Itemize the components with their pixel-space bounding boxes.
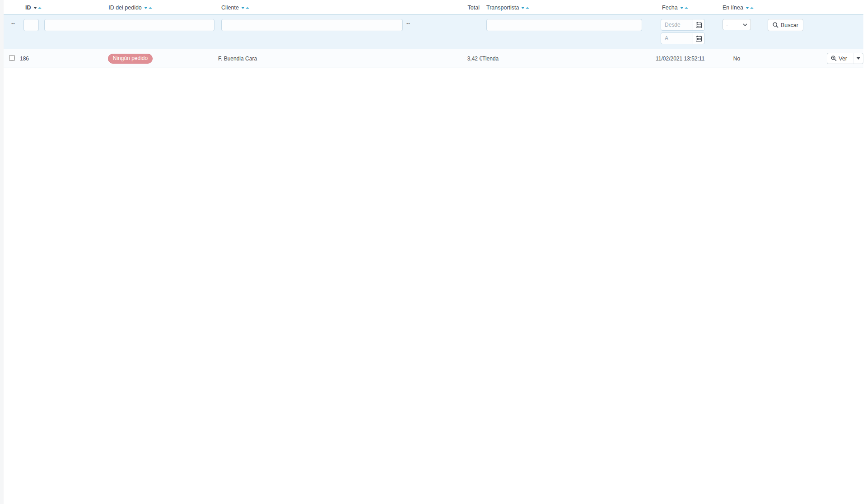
caret-down-icon: [857, 57, 860, 60]
col-header-total-label: Total: [468, 5, 480, 11]
col-header-id[interactable]: ID: [20, 0, 42, 15]
date-to-calendar-button[interactable]: [693, 32, 705, 44]
sort-asc-icon[interactable]: [149, 7, 152, 9]
row-customer-cell: F. Buendia Cara: [218, 49, 406, 68]
sort-asc-icon[interactable]: [246, 7, 249, 9]
no-order-badge: Ningún pedido: [108, 54, 153, 64]
view-button[interactable]: Ver: [827, 53, 851, 64]
sort-asc-icon[interactable]: [750, 7, 754, 9]
filter-cell-date: [656, 15, 713, 49]
col-header-actions: [768, 0, 863, 15]
row-total-cell: 3,42 €: [406, 49, 482, 68]
chevron-down-icon: [743, 23, 747, 26]
id-filter-input[interactable]: [23, 19, 39, 31]
sort-desc-icon[interactable]: [33, 7, 37, 9]
sort-desc-icon[interactable]: [241, 7, 245, 9]
date-from-calendar-button[interactable]: [693, 19, 705, 31]
table-row: 186 Ningún pedido F. Buendia Cara 3,42 €…: [4, 49, 863, 68]
col-header-id-label: ID: [25, 5, 31, 11]
view-dropdown-toggle[interactable]: [853, 53, 863, 64]
row-order-cell: Ningún pedido: [42, 49, 218, 68]
filter-cell-total: --: [406, 15, 482, 49]
date-to-group: [661, 32, 713, 44]
date-from-group: [661, 19, 713, 31]
col-header-carrier-label: Transportista: [486, 5, 519, 11]
search-button[interactable]: Buscar: [768, 19, 803, 31]
filter-cell-select: --: [4, 15, 20, 49]
col-header-customer-label: Cliente: [221, 5, 239, 11]
view-button-label: Ver: [839, 55, 847, 62]
filter-cell-online: -: [713, 15, 768, 49]
col-header-carrier[interactable]: Transportista: [482, 0, 656, 15]
date-from-input[interactable]: [661, 19, 693, 31]
date-to-input[interactable]: [661, 32, 693, 44]
sort-asc-icon[interactable]: [685, 7, 688, 9]
shopping-carts-table: ID ID del pedido Cliente Total Transport…: [4, 0, 863, 68]
filter-cell-id: [20, 15, 42, 49]
filter-cell-order-id: [42, 15, 218, 49]
no-filter-dashes: --: [406, 20, 410, 27]
order-id-filter-input[interactable]: [44, 19, 214, 31]
calendar-icon: [696, 22, 702, 28]
sort-asc-icon[interactable]: [526, 7, 529, 9]
carrier-filter-input[interactable]: [486, 19, 642, 31]
filter-cell-carrier: [482, 15, 656, 49]
col-header-customer[interactable]: Cliente: [218, 0, 406, 15]
row-id-cell: 186: [20, 49, 42, 68]
sort-asc-icon[interactable]: [38, 7, 42, 9]
sort-desc-icon[interactable]: [521, 7, 525, 9]
zoom-in-icon: [831, 55, 837, 61]
row-online-cell: No: [713, 49, 768, 68]
sort-desc-icon[interactable]: [746, 7, 749, 9]
table-filter-row: -- --: [4, 15, 863, 49]
col-header-online-label: En línea: [722, 5, 743, 11]
search-icon: [773, 22, 778, 28]
col-header-date-label: Fecha: [662, 5, 678, 11]
calendar-icon: [696, 36, 702, 42]
sort-desc-icon[interactable]: [144, 7, 148, 9]
search-button-label: Buscar: [781, 22, 798, 28]
view-split-button: Ver: [827, 53, 863, 64]
online-value: No: [722, 55, 751, 62]
sort-desc-icon[interactable]: [680, 7, 684, 9]
col-header-order-id-label: ID del pedido: [108, 5, 142, 11]
online-filter-select[interactable]: -: [722, 19, 751, 30]
row-select-cell: [4, 49, 20, 68]
table-header-row: ID ID del pedido Cliente Total Transport…: [4, 0, 863, 15]
row-checkbox[interactable]: [9, 55, 15, 61]
col-header-select: [4, 0, 20, 15]
col-header-total: Total: [406, 0, 482, 15]
page-left-gutter: [0, 0, 4, 504]
row-date-cell: 11/02/2021 13:52:11: [656, 49, 713, 68]
online-filter-selected-value: -: [726, 22, 728, 28]
customer-filter-input[interactable]: [221, 19, 403, 31]
col-header-order-id[interactable]: ID del pedido: [42, 0, 218, 15]
col-header-date[interactable]: Fecha: [656, 0, 713, 15]
filter-cell-actions: Buscar: [768, 15, 863, 49]
no-filter-dashes: --: [11, 20, 15, 27]
col-header-online[interactable]: En línea: [713, 0, 768, 15]
row-carrier-cell: Tienda: [482, 49, 656, 68]
filter-cell-customer: [218, 15, 406, 49]
row-actions-cell: Ver: [768, 49, 863, 68]
